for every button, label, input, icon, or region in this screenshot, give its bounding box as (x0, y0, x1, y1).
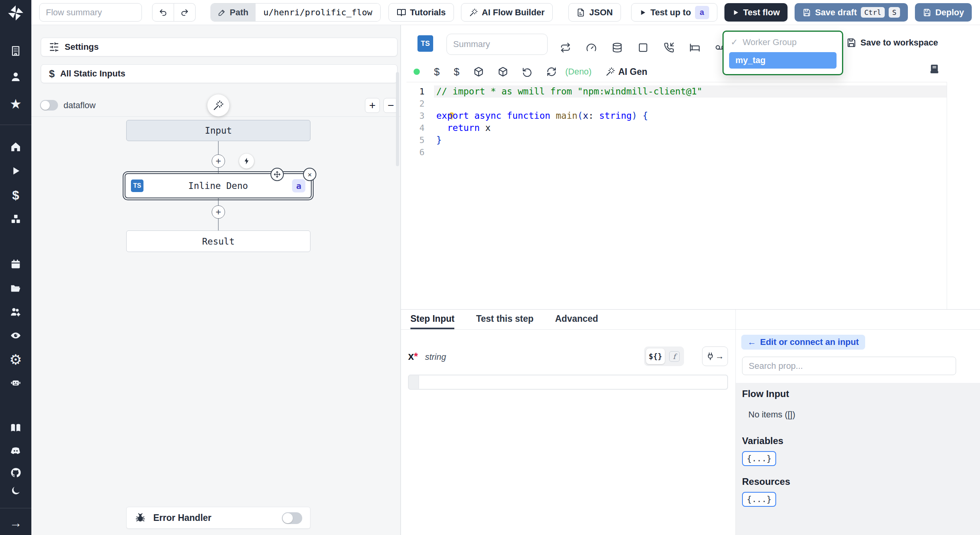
code-line[interactable]: export async function main(x: string) { (434, 110, 947, 122)
wand-sparkles-icon (606, 67, 615, 76)
add-step-button-top[interactable]: + (212, 154, 225, 168)
code-token (501, 111, 507, 121)
save-icon (846, 38, 857, 48)
sidebar-item-runs[interactable] (0, 165, 31, 176)
sleep-bed-icon[interactable] (690, 42, 700, 53)
resource-picker-icon[interactable]: $ (454, 67, 459, 77)
code-line[interactable]: return x (434, 122, 947, 134)
trigger-button[interactable] (239, 154, 254, 169)
ai-flow-builder-button[interactable]: AI Flow Builder (461, 3, 553, 22)
sidebar-item-favorites[interactable]: ★ (0, 97, 31, 111)
tutorials-button[interactable]: Tutorials (388, 3, 454, 22)
step-summary-input[interactable] (446, 34, 548, 55)
flow-node-input[interactable]: Input (126, 120, 310, 141)
sidebar-item-groups[interactable] (0, 306, 31, 317)
code-line[interactable] (434, 98, 947, 110)
test-up-to-button[interactable]: Test up to a (631, 3, 717, 22)
sidebar-item-workspace[interactable] (0, 45, 31, 56)
variable-picker-icon[interactable]: $ (434, 67, 439, 77)
sidebar-item-variables[interactable]: $ (0, 189, 31, 201)
sidebar-item-ai[interactable] (0, 377, 31, 388)
error-handler-toggle[interactable] (282, 512, 302, 524)
ai-gen-button[interactable]: AI Gen (606, 67, 647, 77)
sidebar-item-folders[interactable] (0, 283, 31, 294)
package-box-icon[interactable] (474, 67, 484, 77)
deno-runtime-label[interactable]: (Deno) (565, 67, 592, 77)
dollar-icon: $ (12, 189, 19, 201)
error-handler-label: Error Handler (153, 513, 211, 523)
save-draft-button[interactable]: Save draft CtrlS (795, 3, 908, 22)
mock-square-icon[interactable] (638, 42, 648, 53)
user-group-gear-icon (10, 306, 22, 317)
fn-icon: f (669, 351, 680, 362)
retry-repeat-icon[interactable] (560, 42, 571, 53)
lsp-status-dot (414, 69, 420, 75)
check-icon: ✓ (731, 37, 738, 47)
flow-node-inline-deno[interactable]: TS Inline Deno a ✕ (125, 173, 312, 198)
sidebar-item-audit[interactable] (0, 330, 31, 341)
code-token: string (599, 111, 632, 121)
dataflow-toggle[interactable] (40, 100, 58, 111)
ai-builder-fab[interactable] (207, 94, 229, 116)
path-value[interactable]: u/henri/prolific_flow (256, 4, 380, 21)
sidebar-item-discord[interactable] (0, 445, 31, 456)
error-handler-card[interactable]: Error Handler (126, 507, 310, 529)
connect-input-button[interactable]: → (702, 346, 728, 366)
step-detail-panel: Step Input Test this step Advanced x* st… (401, 309, 980, 535)
worker-group-option[interactable]: ✓ Worker Group (724, 32, 842, 51)
tab-advanced[interactable]: Advanced (555, 310, 598, 329)
flow-summary-input[interactable] (39, 3, 142, 22)
path-button[interactable]: Path (211, 4, 256, 21)
variables-object-badge[interactable]: {...} (742, 451, 776, 466)
windmill-logo[interactable] (0, 4, 31, 22)
sidebar-item-github[interactable] (0, 467, 31, 478)
move-step-handle[interactable] (270, 168, 284, 181)
sidebar-item-home[interactable] (0, 141, 31, 152)
reset-rotate-ccw-icon[interactable] (522, 67, 532, 77)
sidebar-item-theme[interactable] (0, 485, 31, 496)
worker-group-option-selected[interactable]: my_tag (729, 52, 837, 69)
static-mode-button[interactable]: f (666, 348, 682, 364)
worker-group-label: Worker Group (742, 37, 797, 47)
edit-or-connect-pill[interactable]: ← Edit or connect an input (741, 335, 865, 350)
flow-settings-button[interactable]: Settings (41, 38, 397, 56)
ai-gen-label: AI Gen (618, 67, 647, 77)
monaco-editor[interactable]: 123456 // import * as wmill from "npm:wi… (407, 82, 947, 309)
sidebar-item-docs[interactable] (0, 423, 31, 433)
sidebar-expand[interactable]: → (0, 517, 31, 529)
gauge-icon[interactable] (586, 42, 597, 53)
code-line[interactable]: } (434, 134, 947, 146)
refresh-assistant-icon[interactable] (546, 67, 557, 77)
script-library-icon[interactable] (929, 63, 940, 74)
save-to-workspace-button[interactable]: Save to workspace (846, 38, 938, 48)
zoom-in-button[interactable]: + (365, 98, 380, 113)
test-flow-button[interactable]: Test flow (724, 3, 788, 22)
cubes-icon (10, 214, 21, 225)
delete-step-button[interactable]: ✕ (303, 168, 316, 181)
redo-button[interactable] (174, 3, 196, 22)
sidebar-item-user[interactable] (0, 71, 31, 82)
search-prop-input[interactable] (742, 357, 956, 375)
code-line[interactable]: // import * as wmill from "npm:windmill-… (434, 85, 947, 98)
argument-value-input[interactable] (419, 375, 727, 389)
json-button[interactable]: JSON (568, 3, 621, 22)
resources-object-badge[interactable]: {...} (742, 492, 776, 507)
flow-node-result[interactable]: Result (126, 230, 310, 252)
tab-test-this-step[interactable]: Test this step (476, 310, 534, 329)
cache-database-icon[interactable] (612, 42, 622, 53)
sidebar-item-schedules[interactable] (0, 259, 31, 270)
editor-scrollbar[interactable] (947, 82, 947, 309)
sidebar-item-settings[interactable]: ⚙ (0, 353, 31, 367)
package-box-icon[interactable] (498, 67, 508, 77)
code-line[interactable] (434, 146, 947, 158)
suspend-phone-icon[interactable] (664, 42, 674, 53)
deploy-button[interactable]: Deploy (915, 3, 972, 22)
add-step-button-bottom[interactable]: + (212, 205, 225, 219)
flow-panel-scrollbar[interactable] (396, 72, 399, 166)
all-static-inputs-button[interactable]: $ All Static Inputs (41, 64, 397, 83)
sidebar-item-resources[interactable] (0, 214, 31, 225)
expression-mode-button[interactable]: ${} (646, 348, 665, 364)
tab-step-input[interactable]: Step Input (410, 310, 454, 329)
undo-button[interactable] (152, 3, 174, 22)
sidebar-divider (0, 125, 31, 125)
